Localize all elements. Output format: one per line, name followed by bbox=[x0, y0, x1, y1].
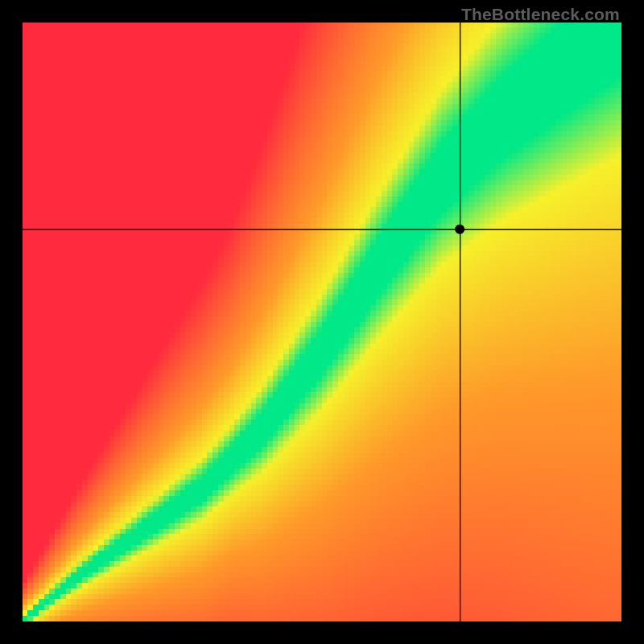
chart-container: TheBottleneck.com bbox=[0, 0, 644, 644]
heatmap-plot bbox=[23, 23, 621, 621]
watermark-text: TheBottleneck.com bbox=[461, 5, 620, 24]
heatmap-canvas bbox=[23, 23, 621, 621]
